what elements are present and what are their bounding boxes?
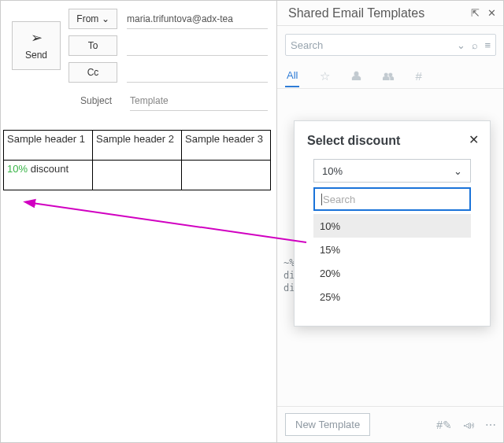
table-row: 10% discount [4, 161, 271, 190]
tag-icon[interactable]: #✎ [436, 419, 452, 431]
dialog-title: Select discount [307, 134, 477, 148]
from-button[interactable]: From ⌄ [69, 9, 117, 29]
cc-value[interactable] [127, 62, 268, 83]
chevron-down-icon[interactable]: ⌄ [457, 39, 465, 51]
subject-value[interactable]: Template [130, 90, 268, 111]
pin-icon[interactable]: ⇱ [471, 7, 480, 19]
discount-select[interactable]: 10% ⌄ [313, 159, 471, 183]
discount-search-input[interactable]: Search [313, 187, 471, 211]
hash-icon[interactable]: # [415, 69, 421, 83]
subject-label: Subject [72, 95, 120, 106]
table-cell [93, 161, 182, 190]
to-value[interactable] [127, 35, 268, 56]
panel-search[interactable]: Search ⌄ ⌕ ≡ [285, 34, 496, 56]
table-cell-discount: 10% discount [4, 161, 93, 190]
select-value: 10% [322, 165, 454, 177]
discount-value: 10% [7, 163, 28, 175]
discount-option[interactable]: 10% [313, 214, 471, 238]
tab-all[interactable]: All [285, 65, 299, 87]
table-header-cell: Sample header 3 [182, 131, 271, 161]
more-icon[interactable]: ⋯ [485, 419, 496, 431]
email-body[interactable]: Sample header 1 Sample header 2 Sample h… [1, 118, 276, 193]
compose-pane: ➢ Send From ⌄ maria.trifuntova@adx-tea T… [1, 1, 276, 442]
megaphone-icon[interactable]: 📣︎ [463, 419, 474, 431]
sample-table: Sample header 1 Sample header 2 Sample h… [3, 130, 271, 190]
select-discount-dialog: ✕ Select discount 10% ⌄ Search 10% 15% 2… [294, 120, 491, 327]
star-icon[interactable]: ☆ [320, 69, 330, 83]
person-icon[interactable]: 👤︎ [350, 69, 362, 83]
send-icon: ➢ [31, 31, 43, 45]
search-icon[interactable]: ⌕ [472, 39, 478, 51]
send-button[interactable]: ➢ Send [12, 21, 61, 70]
discount-option[interactable]: 25% [313, 285, 471, 308]
discount-word: discount [31, 163, 69, 175]
settings-icon[interactable]: ≡ [484, 39, 491, 51]
discount-options: 10% 15% 20% 25% [313, 214, 471, 308]
to-button[interactable]: To [69, 35, 117, 56]
from-value: maria.trifuntova@adx-tea [127, 9, 268, 29]
table-header-cell: Sample header 1 [4, 131, 93, 161]
table-header-cell: Sample header 2 [93, 131, 182, 161]
panel-title-text: Shared Email Templates [288, 6, 463, 20]
discount-option[interactable]: 15% [313, 238, 471, 261]
new-template-button[interactable]: New Template [285, 413, 370, 436]
table-header-row: Sample header 1 Sample header 2 Sample h… [4, 131, 271, 161]
close-icon[interactable]: ✕ [487, 7, 496, 19]
panel-bottom-bar: New Template #✎ 📣︎ ⋯ [277, 406, 504, 442]
search-placeholder: Search [321, 194, 355, 205]
discount-option[interactable]: 20% [313, 261, 471, 285]
people-icon[interactable]: 👥︎ [383, 69, 395, 83]
cc-button[interactable]: Cc [69, 62, 117, 83]
dialog-close-icon[interactable]: ✕ [469, 132, 479, 147]
send-label: Send [25, 50, 47, 61]
panel-search-placeholder: Search [291, 39, 457, 51]
chevron-down-icon: ⌄ [102, 13, 109, 24]
chevron-down-icon: ⌄ [454, 165, 462, 177]
panel-tabs: All ☆ 👤︎ 👥︎ # [277, 64, 504, 89]
table-cell [182, 161, 271, 190]
